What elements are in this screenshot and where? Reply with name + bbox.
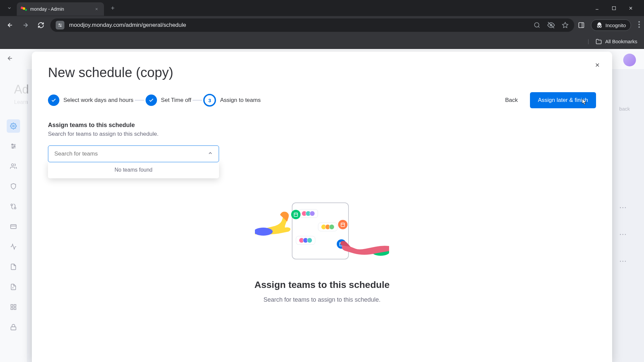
sidebar-item-stats[interactable]: [7, 240, 20, 253]
svg-point-28: [13, 125, 14, 127]
empty-illustration: [255, 192, 389, 269]
modal-close-button[interactable]: [592, 60, 603, 70]
svg-rect-38: [11, 225, 16, 229]
schedule-modal: New schedule (copy) Select work days and…: [32, 52, 612, 362]
step-2[interactable]: Set Time off: [146, 95, 191, 106]
all-bookmarks-label: All Bookmarks: [605, 39, 637, 44]
incognito-label: Incognito: [605, 22, 626, 28]
left-arm-icon: [255, 211, 295, 238]
svg-point-36: [11, 204, 13, 206]
sidebar-item-general[interactable]: [7, 119, 20, 133]
url-text: moodjoy.monday.com/admin/general/schedul…: [69, 22, 186, 28]
svg-point-37: [14, 207, 16, 209]
sidebar-item-customization[interactable]: [7, 139, 20, 153]
omnibox[interactable]: moodjoy.monday.com/admin/general/schedul…: [50, 18, 574, 32]
omnibox-row: moodjoy.monday.com/admin/general/schedul…: [0, 16, 644, 34]
browser-tab[interactable]: monday - Admin: [17, 2, 104, 16]
incognito-badge[interactable]: Incognito: [591, 19, 631, 31]
check-icon: [51, 98, 56, 103]
svg-rect-5: [612, 6, 615, 10]
row-menu-3[interactable]: ⋯: [619, 257, 627, 265]
empty-state-subtitle: Search for teams to assign to this sched…: [221, 296, 423, 303]
feedback-text-backdrop: back: [619, 106, 630, 112]
tab-close-button[interactable]: [93, 6, 100, 12]
row-menu-1[interactable]: ⋯: [619, 203, 627, 212]
step-2-indicator: [146, 95, 157, 106]
side-panel-icon[interactable]: [578, 21, 585, 29]
empty-state-title: Assign teams to this schedule: [221, 280, 423, 290]
svg-rect-42: [11, 308, 13, 310]
modal-title: New schedule (copy): [48, 65, 596, 80]
bookmarks-bar: | All Bookmarks: [0, 34, 644, 49]
svg-line-15: [538, 26, 540, 28]
svg-point-25: [638, 23, 640, 25]
window-controls: [594, 5, 641, 11]
sidebar-item-billing[interactable]: [7, 220, 20, 233]
stepper-actions: Back Assign later & finish: [498, 92, 596, 108]
team-dropdown: No teams found: [48, 162, 219, 178]
svg-point-24: [638, 21, 640, 22]
sidebar-item-users[interactable]: [7, 160, 20, 173]
step-3-indicator: 3: [203, 94, 216, 107]
app-back-button[interactable]: [7, 55, 13, 63]
section-subtitle: Search for teams to assign to this sched…: [48, 131, 596, 137]
section-title: Assign teams to this schedule: [48, 122, 596, 129]
svg-line-17: [548, 22, 554, 28]
browser-chrome: monday - Admin: [0, 0, 644, 49]
svg-point-13: [60, 25, 61, 26]
sidebar-item-permissions[interactable]: [7, 320, 20, 334]
stepper: Select work days and hours Set Time off …: [48, 94, 261, 107]
svg-point-26: [638, 26, 640, 27]
team-search-input[interactable]: [48, 145, 219, 162]
sidebar-item-content[interactable]: [7, 280, 20, 294]
svg-rect-40: [11, 305, 13, 307]
user-avatar[interactable]: [623, 54, 636, 66]
window-close-button[interactable]: [627, 5, 634, 11]
step-connector: [135, 100, 144, 101]
minimize-button[interactable]: [594, 5, 600, 11]
calendar-badge-icon: [338, 220, 347, 229]
row-menu-2[interactable]: ⋯: [619, 230, 627, 239]
eye-off-icon[interactable]: [547, 21, 555, 29]
nav-forward-button[interactable]: [19, 19, 32, 31]
stepper-row: Select work days and hours Set Time off …: [48, 92, 596, 108]
right-arm-icon: [339, 233, 389, 263]
svg-rect-19: [579, 23, 584, 28]
assign-later-finish-button[interactable]: Assign later & finish: [530, 92, 596, 108]
back-button[interactable]: Back: [498, 93, 525, 108]
folder-icon: [596, 39, 602, 45]
sidebar-item-tidy[interactable]: [7, 260, 20, 274]
reload-button[interactable]: [35, 19, 47, 31]
admin-sidebar: [0, 69, 27, 362]
bookmark-star-icon[interactable]: [561, 21, 569, 29]
sidebar-item-api[interactable]: [7, 200, 20, 213]
monday-favicon-icon: [21, 6, 27, 12]
nav-back-button[interactable]: [4, 19, 16, 31]
calendar-badge-icon: [291, 210, 301, 219]
check-icon: [149, 98, 154, 103]
team-search-wrapper: [48, 145, 219, 162]
svg-rect-41: [14, 305, 16, 307]
svg-rect-43: [14, 308, 16, 310]
tab-bar: monday - Admin: [0, 0, 644, 16]
page-content: Ad Learn back ⋯ ⋯ ⋯ New schedule (copy): [0, 49, 644, 362]
all-bookmarks-button[interactable]: All Bookmarks: [596, 39, 637, 45]
step-2-label: Set Time off: [161, 97, 191, 104]
svg-rect-50: [341, 223, 345, 227]
svg-point-12: [59, 24, 60, 25]
tabs-dropdown-button[interactable]: [3, 2, 15, 14]
search-icon[interactable]: [533, 21, 541, 29]
primary-button-label: Assign later & finish: [538, 97, 588, 103]
site-settings-icon[interactable]: [56, 21, 64, 29]
chevron-up-icon[interactable]: [208, 150, 213, 157]
browser-menu-button[interactable]: [638, 21, 640, 29]
new-tab-button[interactable]: [107, 2, 119, 14]
empty-state: Assign teams to this schedule Search for…: [221, 192, 423, 303]
maximize-button[interactable]: [610, 5, 617, 11]
step-3[interactable]: 3 Assign to teams: [203, 94, 261, 107]
sidebar-item-apps[interactable]: [7, 300, 20, 314]
sidebar-item-security[interactable]: [7, 180, 20, 193]
dropdown-empty-text: No teams found: [115, 167, 153, 173]
step-1[interactable]: Select work days and hours: [48, 95, 133, 106]
svg-point-14: [535, 23, 539, 27]
